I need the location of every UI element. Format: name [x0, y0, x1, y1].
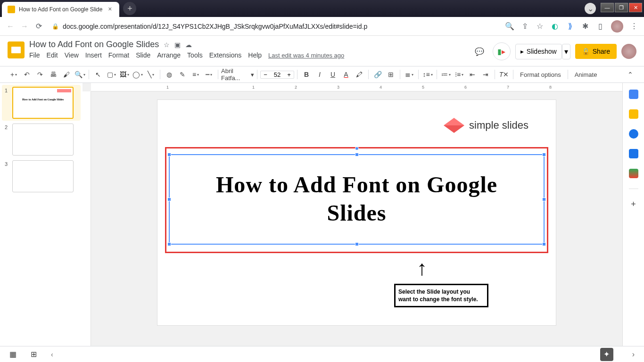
slides-logo-icon[interactable]: [8, 41, 25, 58]
bold-button[interactable]: B: [300, 68, 313, 81]
slide-canvas[interactable]: simple slides How to Add Font on Google …: [157, 100, 556, 325]
tasks-icon[interactable]: [629, 129, 638, 139]
menu-edit[interactable]: Edit: [47, 51, 58, 59]
shape-tool[interactable]: ◯: [132, 68, 144, 81]
extension-icon[interactable]: ◐: [551, 22, 559, 31]
bookmark-star-icon[interactable]: ☆: [536, 22, 544, 31]
collapse-filmstrip-icon[interactable]: ‹: [51, 351, 53, 358]
slideshow-dropdown[interactable]: ▾: [562, 44, 570, 59]
bulleted-list-button[interactable]: ⁝≡: [453, 68, 465, 81]
filmstrip-view-icon[interactable]: ▦: [9, 350, 17, 359]
underline-button[interactable]: U: [327, 68, 339, 81]
extensions-puzzle-icon[interactable]: ✱: [581, 22, 589, 31]
resize-handle[interactable]: [542, 153, 546, 156]
resize-handle[interactable]: [542, 242, 546, 246]
font-size-increase[interactable]: +: [284, 71, 294, 78]
resize-handle[interactable]: [167, 197, 171, 201]
minimize-button[interactable]: —: [601, 3, 614, 12]
line-tool[interactable]: ╲: [145, 68, 157, 81]
contacts-icon[interactable]: [629, 149, 638, 158]
back-icon[interactable]: ←: [6, 22, 15, 31]
resize-handle[interactable]: [542, 197, 546, 201]
doc-title[interactable]: How to Add Font on Google Slides: [29, 40, 159, 49]
forward-icon[interactable]: →: [20, 22, 29, 31]
highlight-button[interactable]: 🖍: [353, 68, 365, 81]
insert-comment-button[interactable]: ⊞: [385, 68, 397, 81]
undo-button[interactable]: ↶: [21, 68, 33, 81]
calendar-icon[interactable]: [629, 90, 638, 99]
maximize-button[interactable]: ❐: [615, 3, 628, 12]
clear-formatting-button[interactable]: T✕: [498, 68, 510, 81]
browser-tab-active[interactable]: How to Add Font on Google Slide ×: [2, 2, 119, 17]
side-panel-icon[interactable]: ▯: [596, 22, 604, 31]
collapse-toolbar-icon[interactable]: ⌃: [624, 68, 636, 81]
slide-title-text[interactable]: How to Add Font on Google Slides: [186, 171, 528, 227]
textbox-tool[interactable]: ▢: [105, 68, 117, 81]
menu-tools[interactable]: Tools: [187, 51, 203, 59]
animate-button[interactable]: Animate: [571, 71, 601, 78]
text-color-button[interactable]: A: [340, 68, 352, 81]
menu-slide[interactable]: Slide: [136, 51, 150, 59]
redo-button[interactable]: ↷: [34, 68, 46, 81]
slide-thumbnail-2[interactable]: [12, 123, 74, 156]
menu-arrange[interactable]: Arrange: [157, 51, 181, 59]
resize-handle[interactable]: [167, 153, 171, 156]
resize-handle[interactable]: [355, 153, 359, 156]
resize-handle[interactable]: [167, 242, 171, 246]
chevron-down-icon[interactable]: ⌄: [585, 3, 596, 14]
reload-icon[interactable]: ⟳: [34, 22, 43, 31]
grid-view-icon[interactable]: ⊞: [31, 350, 37, 359]
font-family-selector[interactable]: Abril Fatfa... ▾: [221, 67, 254, 82]
italic-button[interactable]: I: [314, 68, 326, 81]
font-size-input[interactable]: [270, 71, 284, 78]
cast-icon[interactable]: ⟫: [566, 22, 574, 31]
image-tool[interactable]: 🖼: [118, 68, 131, 81]
comment-history-icon[interactable]: 💬: [471, 43, 488, 60]
resize-handle[interactable]: [355, 242, 359, 246]
align-button[interactable]: ≣: [403, 68, 415, 81]
show-side-panel-icon[interactable]: ›: [632, 350, 635, 359]
menu-file[interactable]: File: [29, 51, 40, 59]
slideshow-button[interactable]: ▸ Slideshow: [515, 44, 562, 59]
cloud-saved-icon[interactable]: ☁: [185, 41, 192, 49]
star-icon[interactable]: ☆: [164, 41, 170, 49]
zoom-button[interactable]: 🔍: [74, 68, 86, 81]
fill-color-button[interactable]: ◍: [163, 68, 175, 81]
border-weight-button[interactable]: ≡: [190, 68, 202, 81]
keep-icon[interactable]: [629, 109, 638, 119]
share-page-icon[interactable]: ⇪: [520, 22, 529, 31]
slide-thumbnail-3[interactable]: [12, 160, 74, 192]
line-spacing-button[interactable]: ↕≡: [421, 68, 434, 81]
border-dash-button[interactable]: ┅: [203, 68, 215, 81]
select-tool[interactable]: ↖: [92, 68, 104, 81]
add-addon-icon[interactable]: +: [631, 199, 636, 209]
menu-dots-icon[interactable]: ⋮: [630, 22, 638, 31]
format-options-button[interactable]: Format options: [516, 71, 565, 78]
meet-button[interactable]: ▮▸: [493, 42, 511, 60]
profile-avatar[interactable]: [611, 20, 623, 33]
close-window-button[interactable]: ✕: [629, 3, 642, 12]
indent-increase-button[interactable]: ⇥: [479, 68, 492, 81]
indent-decrease-button[interactable]: ⇤: [466, 68, 479, 81]
font-size-decrease[interactable]: −: [261, 71, 270, 78]
menu-view[interactable]: View: [65, 51, 79, 59]
account-avatar[interactable]: [621, 44, 636, 59]
paint-format-button[interactable]: 🖌: [60, 68, 73, 81]
menu-extensions[interactable]: Extensions: [209, 51, 241, 59]
zoom-icon[interactable]: 🔍: [505, 22, 514, 31]
share-button[interactable]: 🔒 Share: [575, 44, 617, 59]
insert-link-button[interactable]: 🔗: [372, 68, 384, 81]
menu-help[interactable]: Help: [248, 51, 262, 59]
slide-thumbnail-1[interactable]: How to Add Font on Google Slides: [12, 87, 74, 119]
border-color-button[interactable]: ✎: [176, 68, 189, 81]
maps-icon[interactable]: [629, 169, 638, 178]
last-edit-link[interactable]: Last edit was 4 minutes ago: [268, 52, 344, 59]
numbered-list-button[interactable]: ≔: [440, 68, 452, 81]
menu-insert[interactable]: Insert: [85, 51, 102, 59]
tab-close-icon[interactable]: ×: [106, 6, 114, 13]
print-button[interactable]: 🖶: [47, 68, 59, 81]
new-tab-button[interactable]: +: [123, 2, 136, 15]
rotate-handle[interactable]: [355, 147, 359, 150]
canvas-scroll[interactable]: simple slides How to Add Font on Google …: [83, 91, 622, 362]
url-input[interactable]: 🔒 docs.google.com/presentation/d/12J_S4Y…: [48, 23, 501, 30]
